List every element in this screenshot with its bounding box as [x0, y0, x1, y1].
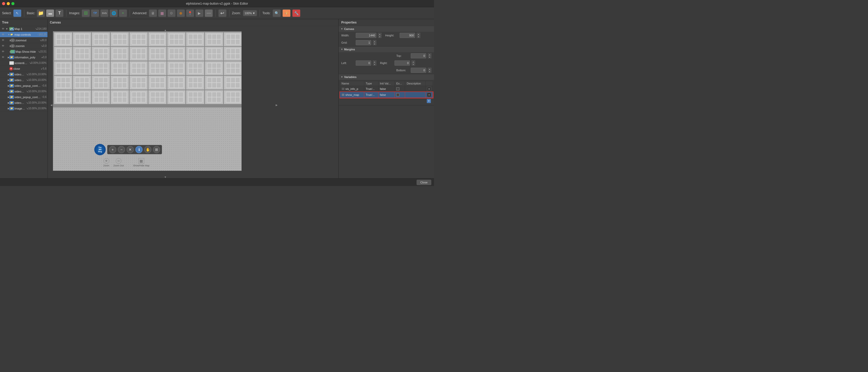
select-pointer-button[interactable]: ↖: [13, 9, 22, 17]
visibility-icon-map-controls[interactable]: 👁: [1, 33, 5, 37]
margins-top-input[interactable]: [411, 53, 426, 58]
hand-map-button[interactable]: ✋: [144, 146, 151, 153]
visibility-icon-controls-file[interactable]: [1, 95, 5, 99]
close-window-button[interactable]: [2, 2, 5, 5]
basic-text-button[interactable]: T: [55, 9, 64, 17]
svg-button[interactable]: SVG: [100, 9, 108, 17]
tree-row-zoomout[interactable]: 👁 ▶ − zoomout ↘30,0: [0, 37, 48, 43]
var-ex-checkbox-vis-info[interactable]: [396, 87, 399, 90]
tree-scroll[interactable]: 👁 ▼ Map 1 ↘214,180 👁 ▼ 📁 map-controls ↑1…: [0, 26, 48, 178]
adv-screen-button[interactable]: 🖥: [149, 9, 157, 17]
cursor-button[interactable]: ⌖: [119, 9, 127, 17]
visibility-icon-zoomout[interactable]: 👁: [1, 38, 5, 42]
margins-bottom-input[interactable]: [411, 68, 426, 73]
canvas-grid-input[interactable]: [356, 40, 371, 45]
margins-top-up[interactable]: ▲: [428, 53, 431, 56]
margins-right-up[interactable]: ▲: [411, 60, 415, 63]
delete-variable-vis-info-button[interactable]: ✕: [427, 87, 431, 91]
canvas-width-input[interactable]: [356, 33, 376, 38]
globe-button[interactable]: 🌐: [110, 9, 118, 17]
visibility-icon-vimeo[interactable]: [1, 78, 5, 82]
tree-row-image-popup[interactable]: ▶ 📁 image_popup ↘10.00%,10.00%: [0, 106, 48, 111]
tools-wrench-button[interactable]: 🔧: [292, 9, 301, 17]
margins-bottom-up[interactable]: ▲: [428, 68, 431, 70]
adv-audio-button[interactable]: ━━: [205, 9, 213, 17]
visibility-icon-map-show-hide[interactable]: 👁: [1, 50, 5, 54]
add-variable-button[interactable]: +: [427, 99, 431, 103]
tree-row-popup-file[interactable]: ▶ 📁 video_popup_file ↘10.00%,10.00%: [0, 100, 48, 106]
visibility-icon-popup-file[interactable]: [1, 101, 5, 105]
margins-bottom-down[interactable]: ▼: [428, 70, 431, 73]
basic-rect-button[interactable]: ▬: [46, 9, 54, 17]
expand-icon-youtube[interactable]: ▶: [6, 73, 9, 76]
tree-row-map1[interactable]: 👁 ▼ Map 1 ↘214,180: [0, 26, 48, 32]
margins-left-input[interactable]: [356, 60, 371, 66]
tree-row-screentint[interactable]: screentint_info ↘0.00%,0.00%: [0, 60, 48, 66]
canvas-height-down[interactable]: ▼: [417, 35, 420, 38]
tree-row-zoomin[interactable]: 👁 ▶ + zoomin ↘0,0: [0, 43, 48, 49]
variables-section-header[interactable]: ▼ Variables: [339, 74, 434, 80]
expand-icon-vimeo[interactable]: ▶: [6, 79, 9, 82]
visibility-icon-popup-url[interactable]: [1, 89, 5, 94]
undo-button[interactable]: ↩: [218, 9, 226, 17]
minimize-window-button[interactable]: [7, 2, 10, 5]
tree-row-youtube[interactable]: ▶ 📁 video_popup_youtube ↘10.00%,10.00%: [0, 71, 48, 77]
settings-map-button[interactable]: ✕: [127, 146, 134, 153]
expand-icon-image-popup[interactable]: ▶: [6, 107, 9, 110]
adv-settings-button[interactable]: ⚙: [167, 9, 176, 17]
canvas-area[interactable]: The360Slug + − ✕ ℹ ✋ ⊞: [48, 26, 338, 178]
canvas-width-down[interactable]: ▼: [378, 35, 381, 38]
margins-right-input[interactable]: [395, 60, 410, 66]
tools-palette-button[interactable]: 🎨: [282, 9, 291, 17]
maximize-window-button[interactable]: [11, 2, 14, 5]
variable-row-show-map[interactable]: show_map True/... false ✕: [340, 92, 433, 98]
visibility-icon-youtube[interactable]: [1, 72, 5, 76]
margins-left-up[interactable]: ▲: [373, 60, 376, 63]
tree-row-close[interactable]: ✕ close ↙5,6: [0, 66, 48, 71]
canvas-width-up[interactable]: ▲: [378, 33, 381, 35]
canvas-section-header[interactable]: ▼ Canvas: [339, 26, 434, 32]
tree-row-controls-file[interactable]: ▶ 📁 video_popup_controls_file ↑0,6: [0, 94, 48, 100]
canvas-height-up[interactable]: ▲: [417, 33, 420, 35]
expand-icon-popup-file[interactable]: ▶: [6, 101, 9, 104]
var-ex-checkbox-show-map[interactable]: [396, 93, 399, 96]
adv-pin-button[interactable]: 📍: [186, 9, 194, 17]
margins-top-down[interactable]: ▼: [428, 56, 431, 58]
canvas-grid-up[interactable]: ▲: [373, 40, 376, 43]
image-button[interactable]: 🖼: [82, 9, 90, 17]
margins-section-header[interactable]: ▼ Margins: [339, 46, 434, 52]
expand-icon-zoomin[interactable]: ▶: [6, 45, 10, 47]
tree-row-map-show-hide[interactable]: 👁 ▶ Map-Show-Hide ↘15,51: [0, 49, 48, 55]
adv-grid-button[interactable]: ▦: [158, 9, 166, 17]
visibility-icon-info-poly[interactable]: 👁: [1, 55, 5, 59]
canvas-height-input[interactable]: [400, 33, 415, 38]
expand-icon-controls-url[interactable]: ▶: [6, 85, 9, 87]
visibility-icon-screentint[interactable]: [1, 61, 5, 65]
tree-row-map-controls[interactable]: 👁 ▼ 📁 map-controls ↑162,25: [0, 32, 48, 37]
tree-row-vimeo[interactable]: ▶ 📁 video_popup_vimeo ↘10.00%,10.00%: [0, 77, 48, 83]
visibility-icon-controls-url[interactable]: [1, 84, 5, 88]
expand-icon-map1[interactable]: ▼: [6, 28, 9, 30]
expand-icon-map-controls[interactable]: ▼: [6, 33, 9, 36]
visibility-icon-map1[interactable]: 👁: [1, 27, 5, 31]
expand-icon-zoomout[interactable]: ▶: [6, 39, 10, 41]
expand-map-button[interactable]: ⊞: [153, 146, 160, 153]
close-button[interactable]: Close: [416, 180, 431, 185]
tree-row-controls-url[interactable]: ▶ 📁 video_popup_controls_url ↑0,6: [0, 83, 48, 89]
info-map-button[interactable]: ℹ: [135, 146, 143, 153]
visibility-icon-zoomin[interactable]: 👁: [1, 44, 5, 48]
adv-compass-button[interactable]: ⊕: [177, 9, 185, 17]
delete-variable-show-map-button[interactable]: ✕: [427, 93, 431, 97]
canvas-grid-down[interactable]: ▼: [373, 43, 376, 45]
tools-search-button[interactable]: 🔍: [273, 9, 281, 17]
tree-row-popup-url[interactable]: ▶ 📁 video_popup_url ↘10.00%,10.00%: [0, 89, 48, 94]
visibility-icon-close[interactable]: [1, 67, 5, 71]
margins-left-down[interactable]: ▼: [373, 63, 376, 66]
expand-icon-info-poly[interactable]: ▶: [6, 56, 9, 59]
expand-icon-map-show-hide[interactable]: ▶: [6, 51, 10, 53]
zoom-in-map-button[interactable]: +: [109, 146, 116, 153]
expand-icon-popup-url[interactable]: ▶: [6, 90, 9, 93]
adv-video-button[interactable]: ▶: [195, 9, 204, 17]
visibility-icon-image-popup[interactable]: [1, 106, 5, 111]
basic-folder-button[interactable]: 📁: [37, 9, 45, 17]
